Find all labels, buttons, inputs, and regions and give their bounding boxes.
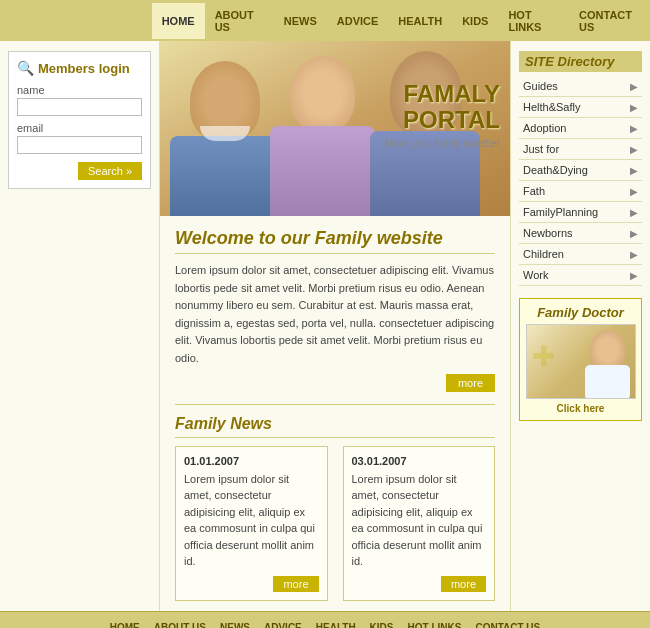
nav-advice[interactable]: ADVICE: [327, 15, 389, 27]
dir-item-adoption[interactable]: Adoption ▶: [519, 118, 642, 139]
dir-item-justfor[interactable]: Just for ▶: [519, 139, 642, 160]
bottom-nav-home[interactable]: HOME: [103, 622, 147, 628]
welcome-title: Welcome to our Family website: [175, 228, 495, 254]
arrow-icon: ▶: [630, 102, 638, 113]
dir-item-work[interactable]: Work ▶: [519, 265, 642, 286]
bottom-nav-health[interactable]: HEALTH: [309, 622, 363, 628]
news-more-button-1[interactable]: more: [273, 576, 318, 592]
portal-subtitle: Make your family together: [385, 138, 500, 149]
nav-news[interactable]: NEWS: [274, 15, 327, 27]
news-section: Family News 01.01.2007 Lorem ipsum dolor…: [160, 405, 510, 611]
nav-health[interactable]: HEALTH: [388, 15, 452, 27]
search-button[interactable]: Search »: [78, 162, 142, 180]
nav-hotlinks[interactable]: HOT LINKS: [498, 9, 569, 33]
name-label: name: [17, 84, 142, 96]
dir-item-fath[interactable]: Fath ▶: [519, 181, 642, 202]
click-here-label[interactable]: Click here: [526, 403, 635, 414]
bottom-nav-aboutus[interactable]: ABOUT US: [147, 622, 213, 628]
bottom-navigation: HOME ABOUT US NEWS ADVICE HEALTH KIDS HO…: [0, 611, 650, 628]
arrow-icon: ▶: [630, 123, 638, 134]
dir-item-newborns[interactable]: Newborns ▶: [519, 223, 642, 244]
arrow-icon: ▶: [630, 270, 638, 281]
nav-kids[interactable]: KIDS: [452, 15, 498, 27]
members-login-box: 🔍 Members login name email Search »: [8, 51, 151, 189]
arrow-icon: ▶: [630, 81, 638, 92]
nav-contact[interactable]: CONTACT US: [569, 9, 650, 33]
bottom-nav-advice[interactable]: ADVICE: [257, 622, 309, 628]
members-login-title: 🔍 Members login: [17, 60, 142, 76]
news-text-2: Lorem ipsum dolor sit amet, consectetur …: [352, 471, 487, 570]
hero-section: FAMALYPORTAL Make your family together: [160, 41, 510, 216]
news-title: Family News: [175, 415, 495, 438]
email-input[interactable]: [17, 136, 142, 154]
dir-item-children[interactable]: Children ▶: [519, 244, 642, 265]
search-icon: 🔍: [17, 60, 34, 76]
arrow-icon: ▶: [630, 207, 638, 218]
dir-item-guides[interactable]: Guides ▶: [519, 76, 642, 97]
family-doctor-title: Family Doctor: [526, 305, 635, 320]
bottom-nav-kids[interactable]: KIDS: [363, 622, 401, 628]
top-navigation: HOME ABOUT US NEWS ADVICE HEALTH KIDS HO…: [0, 0, 650, 41]
arrow-icon: ▶: [630, 165, 638, 176]
news-date-2: 03.01.2007: [352, 455, 487, 467]
portal-title: FAMALYPORTAL: [385, 81, 500, 134]
center-content: FAMALYPORTAL Make your family together W…: [160, 41, 510, 611]
news-grid: 01.01.2007 Lorem ipsum dolor sit amet, c…: [175, 446, 495, 601]
left-sidebar: 🔍 Members login name email Search »: [0, 41, 160, 611]
bottom-nav-contact[interactable]: CONTACT US: [468, 622, 547, 628]
arrow-icon: ▶: [630, 144, 638, 155]
right-sidebar: SITE Directory Guides ▶ Helth&Safly ▶ Ad…: [510, 41, 650, 611]
news-date-1: 01.01.2007: [184, 455, 319, 467]
welcome-more-button[interactable]: more: [446, 374, 495, 392]
news-more-button-2[interactable]: more: [441, 576, 486, 592]
news-text-1: Lorem ipsum dolor sit amet, consectetur …: [184, 471, 319, 570]
dir-item-familyplanning[interactable]: FamilyPlanning ▶: [519, 202, 642, 223]
arrow-icon: ▶: [630, 249, 638, 260]
dir-item-death[interactable]: Death&Dying ▶: [519, 160, 642, 181]
bottom-nav-hotlinks[interactable]: HOT LINKS: [401, 622, 469, 628]
arrow-icon: ▶: [630, 228, 638, 239]
news-item-2: 03.01.2007 Lorem ipsum dolor sit amet, c…: [343, 446, 496, 601]
bottom-nav-news[interactable]: NEWS: [213, 622, 257, 628]
nav-home[interactable]: HOME: [152, 3, 205, 39]
arrow-icon: ▶: [630, 186, 638, 197]
site-directory-title: SITE Directory: [519, 51, 642, 72]
doctor-image: ✚: [526, 324, 636, 399]
nav-aboutus[interactable]: ABOUT US: [205, 9, 274, 33]
portal-branding: FAMALYPORTAL Make your family together: [385, 81, 500, 149]
family-doctor-box[interactable]: Family Doctor ✚ Click here: [519, 298, 642, 421]
dir-item-helth[interactable]: Helth&Safly ▶: [519, 97, 642, 118]
name-input[interactable]: [17, 98, 142, 116]
welcome-section: Welcome to our Family website Lorem ipsu…: [160, 216, 510, 404]
email-label: email: [17, 122, 142, 134]
welcome-body: Lorem ipsum dolor sit amet, consectetuer…: [175, 262, 495, 368]
news-item-1: 01.01.2007 Lorem ipsum dolor sit amet, c…: [175, 446, 328, 601]
